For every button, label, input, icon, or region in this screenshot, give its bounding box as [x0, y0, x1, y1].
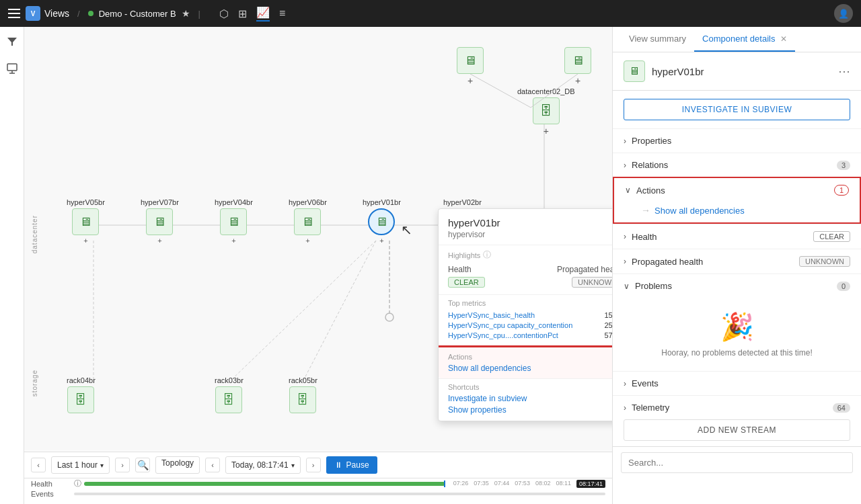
metric-val-1: 15.78: [604, 311, 612, 319]
node-hyperV06br[interactable]: hyperV06br 🖥 +: [289, 198, 327, 245]
expand-icon[interactable]: +: [544, 126, 549, 136]
node-box[interactable]: 🗄: [215, 386, 242, 413]
filter-sidebar-btn[interactable]: [3, 32, 22, 51]
expand-btn[interactable]: +: [157, 237, 161, 245]
popup-badge-row: CLEAR UNKNOWN: [448, 277, 612, 288]
shortcut-properties[interactable]: Show properties: [448, 405, 612, 415]
node-box[interactable]: 🖥: [146, 208, 173, 235]
chevron-down-icon: ▾: [100, 462, 104, 469]
node-hyperV01br[interactable]: hyperV01br 🖥 +: [363, 198, 401, 245]
topology-nav-icon[interactable]: ⬡: [219, 7, 229, 20]
date-time-btn[interactable]: Today, 08:17:41 ▾: [225, 456, 301, 474]
node-rack04br[interactable]: rack04br 🗄: [67, 376, 96, 413]
next-date-btn[interactable]: ›: [306, 458, 321, 472]
section-telemetry[interactable]: › Telemetry 64: [613, 395, 861, 419]
db-icon: 🗄: [540, 104, 552, 118]
hamburger-menu[interactable]: [8, 9, 20, 18]
topology-btn[interactable]: Topology: [155, 456, 200, 474]
pause-icon: ⏸: [334, 460, 342, 470]
section-health[interactable]: › Health CLEAR: [613, 224, 861, 249]
node-top-right[interactable]: 🖥 +: [564, 47, 591, 86]
investigate-btn[interactable]: INVESTIGATE IN SUBVIEW: [624, 99, 850, 120]
metric-name-2[interactable]: HyperVSync_cpu capacity_contention: [448, 321, 572, 329]
prev-btn[interactable]: ‹: [31, 458, 46, 472]
node-box[interactable]: 🖥: [457, 47, 484, 74]
zoom-btn[interactable]: 🔍: [135, 458, 150, 472]
svg-rect-1: [7, 64, 17, 71]
health-clear-btn[interactable]: CLEAR: [813, 231, 850, 242]
next-btn[interactable]: ›: [115, 458, 130, 472]
expand-btn[interactable]: +: [379, 237, 383, 245]
chart-nav-icon[interactable]: 📈: [256, 6, 270, 22]
expand-icon[interactable]: +: [467, 75, 473, 86]
node-box[interactable]: 🖥: [564, 47, 591, 74]
tab-view-summary[interactable]: View summary: [621, 27, 694, 52]
node-popup: hyperV01br hypervisor Highlights ⓘ Healt…: [438, 208, 612, 421]
list-nav-icon[interactable]: ≡: [279, 7, 285, 19]
search-input[interactable]: [621, 452, 853, 473]
timeline-cursor: [444, 480, 445, 487]
graph-area[interactable]: ⚡ ⚡ ⚡ 🔵 ≡: [24, 27, 612, 504]
pause-btn[interactable]: ⏸ Pause: [326, 456, 377, 474]
section-problems-header[interactable]: ∨ Problems 0: [613, 274, 861, 298]
party-icon: 🎉: [720, 311, 754, 343]
show-dependencies-link[interactable]: → Show all dependencies: [641, 205, 849, 216]
chevron-down-icon-2: ▾: [291, 462, 295, 469]
show-dependencies-label: Show all dependencies: [654, 206, 745, 216]
prev-date-btn[interactable]: ‹: [205, 458, 220, 472]
section-propagated-health[interactable]: › Propagated health UNKNOWN: [613, 249, 861, 274]
main-layout: ⚡ ⚡ ⚡ 🔵 ≡: [0, 27, 861, 504]
user-avatar[interactable]: 👤: [834, 4, 853, 23]
expand-icon[interactable]: +: [575, 75, 581, 86]
metric-name-1[interactable]: HyperVSync_basic_health: [448, 311, 535, 319]
star-icon[interactable]: ★: [182, 8, 190, 19]
propagated-health-btn[interactable]: UNKNOWN: [799, 256, 850, 267]
section-properties[interactable]: › Properties: [613, 128, 861, 153]
section-actions-header[interactable]: ∨ Actions 1: [614, 178, 860, 202]
expand-btn[interactable]: +: [83, 237, 87, 245]
section-problems: ∨ Problems 0 🎉 Hooray, no problems detec…: [613, 274, 861, 371]
topology-canvas[interactable]: datacenter02_DB 🗄 + 🖥 + 🖥 +: [24, 27, 612, 450]
node-box[interactable]: 🗄: [67, 386, 94, 413]
node-box[interactable]: 🖥: [294, 208, 321, 235]
metric-name-3[interactable]: HyperVSync_cpu....contentionPct: [448, 331, 558, 339]
node-rack05br[interactable]: rack05br 🗄: [289, 376, 317, 413]
node-box-selected[interactable]: 🖥: [368, 208, 395, 235]
monitor-sidebar-btn[interactable]: [3, 59, 22, 78]
node-box[interactable]: 🖥: [72, 208, 99, 235]
breadcrumb: Demo - Customer B: [88, 9, 176, 19]
popup-actions-link[interactable]: Show all dependencies: [448, 364, 612, 373]
brand-icon: V: [26, 6, 40, 21]
rack-icon: 🗄: [297, 393, 309, 407]
actions-badge: 1: [834, 185, 849, 196]
node-box[interactable]: 🗄: [289, 386, 316, 413]
node-label: rack03br: [215, 376, 244, 384]
expand-btn[interactable]: +: [231, 237, 235, 245]
shortcut-investigate[interactable]: Investigate in subview: [448, 394, 612, 403]
node-box[interactable]: 🗄: [533, 97, 560, 124]
node-hyperV07br[interactable]: hyperV07br 🖥 +: [141, 198, 179, 245]
node-label: datacenter02_DB: [517, 87, 575, 95]
node-hyperV05br[interactable]: hyperV05br 🖥 +: [67, 198, 105, 245]
propagated-label: Propagated health: [557, 265, 612, 274]
time-range-btn[interactable]: Last 1 hour ▾: [51, 456, 110, 474]
events-row: Events: [31, 490, 605, 498]
node-rack03br[interactable]: rack03br 🗄: [215, 376, 244, 413]
tab-component-details[interactable]: Component details ✕: [694, 27, 795, 52]
table-nav-icon[interactable]: ⊞: [238, 7, 247, 20]
node-datacenter02-DB[interactable]: datacenter02_DB 🗄 +: [517, 87, 575, 136]
add-stream-btn[interactable]: ADD NEW STREAM: [624, 419, 850, 441]
metric-row-3: HyperVSync_cpu....contentionPct 57.94: [448, 331, 612, 339]
problems-empty-text: Hooray, no problems detected at this tim…: [661, 348, 813, 358]
rack-icon: 🗄: [75, 393, 87, 407]
telemetry-badge: 64: [833, 403, 850, 413]
tab-close-icon[interactable]: ✕: [780, 34, 787, 44]
section-relations[interactable]: › Relations 3: [613, 153, 861, 177]
node-box[interactable]: 🖥: [220, 208, 247, 235]
section-events[interactable]: › Events: [613, 371, 861, 395]
more-menu-icon[interactable]: ⋯: [838, 64, 850, 79]
node-hyperV04br[interactable]: hyperV04br 🖥 +: [215, 198, 253, 245]
expand-btn[interactable]: +: [305, 237, 309, 245]
current-time-badge: 08:17:41: [576, 480, 605, 488]
node-top-left[interactable]: 🖥 +: [457, 47, 484, 86]
